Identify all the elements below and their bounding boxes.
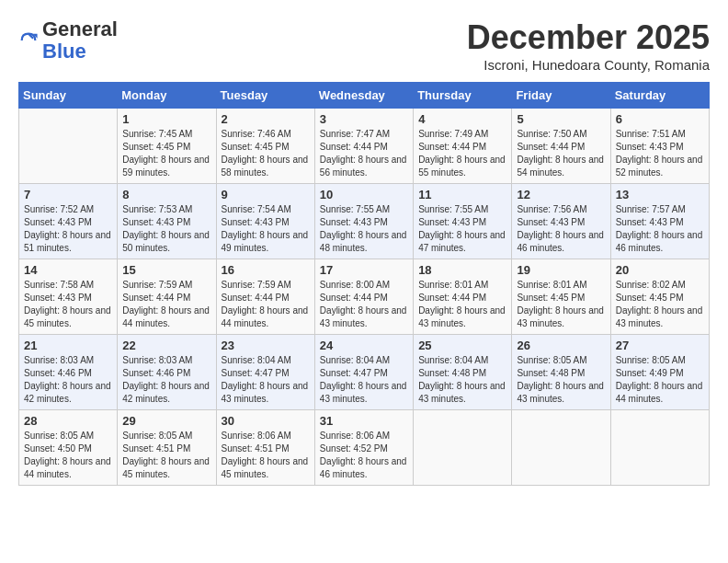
day-info: Sunrise: 7:59 AMSunset: 4:44 PMDaylight:… bbox=[222, 279, 310, 330]
calendar-day-cell: 16Sunrise: 7:59 AMSunset: 4:44 PMDayligh… bbox=[216, 259, 314, 335]
weekday-header: Tuesday bbox=[216, 83, 314, 109]
day-info: Sunrise: 7:45 AMSunset: 4:45 PMDaylight:… bbox=[122, 128, 210, 179]
logo: General Blue bbox=[18, 18, 118, 63]
calendar-day-cell: 7Sunrise: 7:52 AMSunset: 4:43 PMDaylight… bbox=[19, 184, 118, 259]
day-info: Sunrise: 7:51 AMSunset: 4:43 PMDaylight:… bbox=[616, 128, 704, 179]
day-number: 18 bbox=[418, 263, 506, 277]
day-info: Sunrise: 8:00 AMSunset: 4:44 PMDaylight:… bbox=[320, 279, 408, 330]
day-number: 26 bbox=[517, 339, 605, 352]
calendar-day-cell: 11Sunrise: 7:55 AMSunset: 4:43 PMDayligh… bbox=[414, 184, 512, 259]
calendar-day-cell bbox=[19, 109, 118, 184]
calendar-day-cell: 15Sunrise: 7:59 AMSunset: 4:44 PMDayligh… bbox=[118, 259, 216, 335]
calendar-day-cell: 22Sunrise: 8:03 AMSunset: 4:46 PMDayligh… bbox=[118, 335, 216, 410]
day-number: 13 bbox=[616, 188, 704, 201]
day-number: 22 bbox=[122, 339, 210, 352]
day-number: 31 bbox=[320, 414, 408, 428]
calendar-day-cell: 31Sunrise: 8:06 AMSunset: 4:52 PMDayligh… bbox=[314, 410, 413, 486]
calendar-day-cell: 6Sunrise: 7:51 AMSunset: 4:43 PMDaylight… bbox=[610, 109, 709, 184]
title-area: December 2025 Iscroni, Hunedoara County,… bbox=[467, 18, 710, 73]
day-number: 19 bbox=[517, 263, 605, 277]
weekday-header: Saturday bbox=[610, 83, 709, 109]
calendar-day-cell: 8Sunrise: 7:53 AMSunset: 4:43 PMDaylight… bbox=[118, 184, 216, 259]
calendar-week-row: 21Sunrise: 8:03 AMSunset: 4:46 PMDayligh… bbox=[19, 335, 710, 410]
day-info: Sunrise: 7:52 AMSunset: 4:43 PMDaylight:… bbox=[24, 203, 112, 255]
calendar-day-cell bbox=[512, 410, 610, 486]
day-info: Sunrise: 8:05 AMSunset: 4:51 PMDaylight:… bbox=[122, 430, 210, 481]
month-title: December 2025 bbox=[467, 18, 710, 57]
weekday-header: Friday bbox=[512, 83, 610, 109]
day-number: 5 bbox=[517, 112, 605, 126]
calendar-day-cell: 2Sunrise: 7:46 AMSunset: 4:45 PMDaylight… bbox=[216, 109, 314, 184]
weekday-header: Sunday bbox=[19, 83, 118, 109]
calendar-day-cell: 21Sunrise: 8:03 AMSunset: 4:46 PMDayligh… bbox=[19, 335, 118, 410]
day-info: Sunrise: 8:06 AMSunset: 4:51 PMDaylight:… bbox=[222, 430, 310, 481]
day-info: Sunrise: 8:03 AMSunset: 4:46 PMDaylight:… bbox=[24, 354, 112, 406]
calendar-day-cell: 17Sunrise: 8:00 AMSunset: 4:44 PMDayligh… bbox=[314, 259, 413, 335]
day-number: 24 bbox=[320, 339, 408, 352]
day-info: Sunrise: 7:47 AMSunset: 4:44 PMDaylight:… bbox=[320, 128, 408, 179]
day-info: Sunrise: 8:06 AMSunset: 4:52 PMDaylight:… bbox=[320, 430, 408, 481]
calendar-day-cell bbox=[414, 410, 512, 486]
location-title: Iscroni, Hunedoara County, Romania bbox=[467, 57, 710, 73]
calendar-day-cell: 26Sunrise: 8:05 AMSunset: 4:48 PMDayligh… bbox=[512, 335, 610, 410]
day-number: 20 bbox=[616, 263, 704, 277]
day-info: Sunrise: 7:53 AMSunset: 4:43 PMDaylight:… bbox=[122, 203, 210, 255]
day-number: 21 bbox=[24, 339, 112, 352]
calendar-day-cell: 24Sunrise: 8:04 AMSunset: 4:47 PMDayligh… bbox=[314, 335, 413, 410]
logo-blue-text: Blue bbox=[42, 40, 86, 63]
day-info: Sunrise: 8:01 AMSunset: 4:44 PMDaylight:… bbox=[418, 279, 506, 330]
header: General Blue December 2025 Iscroni, Hune… bbox=[18, 18, 710, 73]
day-info: Sunrise: 8:02 AMSunset: 4:45 PMDaylight:… bbox=[616, 279, 704, 330]
day-info: Sunrise: 8:05 AMSunset: 4:48 PMDaylight:… bbox=[517, 354, 605, 406]
calendar-day-cell: 1Sunrise: 7:45 AMSunset: 4:45 PMDaylight… bbox=[118, 109, 216, 184]
calendar-day-cell: 20Sunrise: 8:02 AMSunset: 4:45 PMDayligh… bbox=[610, 259, 709, 335]
weekday-header: Monday bbox=[118, 83, 216, 109]
day-number: 1 bbox=[122, 112, 210, 126]
calendar-week-row: 14Sunrise: 7:58 AMSunset: 4:43 PMDayligh… bbox=[19, 259, 710, 335]
day-info: Sunrise: 7:55 AMSunset: 4:43 PMDaylight:… bbox=[320, 203, 408, 255]
calendar-day-cell: 30Sunrise: 8:06 AMSunset: 4:51 PMDayligh… bbox=[216, 410, 314, 486]
logo-icon bbox=[18, 30, 39, 51]
day-number: 17 bbox=[320, 263, 408, 277]
calendar-day-cell: 28Sunrise: 8:05 AMSunset: 4:50 PMDayligh… bbox=[19, 410, 118, 486]
day-number: 6 bbox=[616, 112, 704, 126]
day-number: 16 bbox=[222, 263, 310, 277]
calendar-day-cell: 5Sunrise: 7:50 AMSunset: 4:44 PMDaylight… bbox=[512, 109, 610, 184]
calendar-week-row: 7Sunrise: 7:52 AMSunset: 4:43 PMDaylight… bbox=[19, 184, 710, 259]
day-number: 23 bbox=[222, 339, 310, 352]
day-info: Sunrise: 8:01 AMSunset: 4:45 PMDaylight:… bbox=[517, 279, 605, 330]
day-number: 3 bbox=[320, 112, 408, 126]
day-info: Sunrise: 7:57 AMSunset: 4:43 PMDaylight:… bbox=[616, 203, 704, 255]
day-number: 10 bbox=[320, 188, 408, 201]
day-info: Sunrise: 7:49 AMSunset: 4:44 PMDaylight:… bbox=[418, 128, 506, 179]
day-number: 8 bbox=[122, 188, 210, 201]
day-info: Sunrise: 8:05 AMSunset: 4:49 PMDaylight:… bbox=[616, 354, 704, 406]
day-number: 14 bbox=[24, 263, 112, 277]
calendar-week-row: 1Sunrise: 7:45 AMSunset: 4:45 PMDaylight… bbox=[19, 109, 710, 184]
day-number: 15 bbox=[122, 263, 210, 277]
calendar-day-cell: 29Sunrise: 8:05 AMSunset: 4:51 PMDayligh… bbox=[118, 410, 216, 486]
weekday-header-row: SundayMondayTuesdayWednesdayThursdayFrid… bbox=[19, 83, 710, 109]
calendar-day-cell: 14Sunrise: 7:58 AMSunset: 4:43 PMDayligh… bbox=[19, 259, 118, 335]
day-info: Sunrise: 7:54 AMSunset: 4:43 PMDaylight:… bbox=[222, 203, 310, 255]
day-number: 2 bbox=[222, 112, 310, 126]
calendar-day-cell: 4Sunrise: 7:49 AMSunset: 4:44 PMDaylight… bbox=[414, 109, 512, 184]
calendar-day-cell: 18Sunrise: 8:01 AMSunset: 4:44 PMDayligh… bbox=[414, 259, 512, 335]
calendar-table: SundayMondayTuesdayWednesdayThursdayFrid… bbox=[18, 82, 710, 486]
weekday-header: Wednesday bbox=[314, 83, 413, 109]
day-info: Sunrise: 7:59 AMSunset: 4:44 PMDaylight:… bbox=[122, 279, 210, 330]
calendar-day-cell: 27Sunrise: 8:05 AMSunset: 4:49 PMDayligh… bbox=[610, 335, 709, 410]
calendar-day-cell: 19Sunrise: 8:01 AMSunset: 4:45 PMDayligh… bbox=[512, 259, 610, 335]
day-number: 7 bbox=[24, 188, 112, 201]
calendar-day-cell: 25Sunrise: 8:04 AMSunset: 4:48 PMDayligh… bbox=[414, 335, 512, 410]
day-info: Sunrise: 8:04 AMSunset: 4:48 PMDaylight:… bbox=[418, 354, 506, 406]
day-info: Sunrise: 7:58 AMSunset: 4:43 PMDaylight:… bbox=[24, 279, 112, 330]
logo-general-text: General bbox=[42, 17, 118, 40]
calendar-day-cell: 9Sunrise: 7:54 AMSunset: 4:43 PMDaylight… bbox=[216, 184, 314, 259]
calendar-day-cell bbox=[610, 410, 709, 486]
day-info: Sunrise: 8:04 AMSunset: 4:47 PMDaylight:… bbox=[320, 354, 408, 406]
day-info: Sunrise: 8:05 AMSunset: 4:50 PMDaylight:… bbox=[24, 430, 112, 481]
day-number: 9 bbox=[222, 188, 310, 201]
day-number: 27 bbox=[616, 339, 704, 352]
calendar-day-cell: 23Sunrise: 8:04 AMSunset: 4:47 PMDayligh… bbox=[216, 335, 314, 410]
